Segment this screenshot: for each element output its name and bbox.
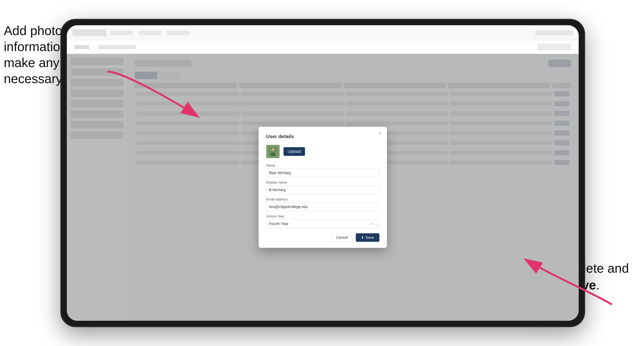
nav-item-1 xyxy=(110,30,133,35)
chevron-down-icon[interactable]: ⌄ xyxy=(375,222,378,226)
app-logo xyxy=(72,29,106,36)
arrow-right xyxy=(521,256,616,308)
app-nav xyxy=(110,30,532,35)
modal-close-button[interactable]: × xyxy=(377,130,383,136)
display-name-form-group: Display name xyxy=(266,180,380,194)
display-name-label: Display name xyxy=(266,180,380,184)
email-input[interactable] xyxy=(266,203,380,211)
nav-item-2 xyxy=(138,30,161,35)
modal-title: User details xyxy=(266,134,380,140)
tablet-side-button-2 xyxy=(60,114,62,126)
breadcrumb-home xyxy=(74,45,90,49)
sub-header-action xyxy=(537,44,571,50)
modal-footer: Cancel ⬆ Save xyxy=(266,233,380,242)
svg-point-4 xyxy=(270,153,276,156)
photo-row: Upload xyxy=(266,145,380,158)
school-year-select-wrapper: × ⌄ xyxy=(266,219,380,228)
email-label: Email address xyxy=(266,197,380,201)
school-year-input[interactable] xyxy=(266,219,380,228)
app-bar xyxy=(67,25,579,40)
select-clear-button[interactable]: × xyxy=(371,222,374,226)
display-name-input[interactable] xyxy=(266,186,380,194)
tablet-device: › xyxy=(60,19,585,327)
save-label: Save xyxy=(366,235,374,240)
arrow-left xyxy=(104,68,202,124)
svg-point-3 xyxy=(272,148,274,151)
nav-item-3 xyxy=(167,30,190,35)
select-controls: × ⌄ xyxy=(371,222,378,226)
school-year-form-group: School Year × ⌄ xyxy=(266,214,380,228)
tablet-side-button xyxy=(60,95,62,107)
save-icon: ⬆ xyxy=(361,236,364,240)
email-form-group: Email address xyxy=(266,197,380,211)
cancel-button[interactable]: Cancel xyxy=(330,233,353,242)
user-details-modal: × User details Upload xyxy=(258,127,387,248)
sub-header: › xyxy=(67,40,579,54)
breadcrumb-current xyxy=(98,45,136,49)
save-button[interactable]: ⬆ Save xyxy=(356,233,380,242)
name-input[interactable] xyxy=(266,169,380,177)
app-bar-right xyxy=(535,30,573,35)
name-label: Name xyxy=(266,164,380,168)
upload-photo-button[interactable]: Upload xyxy=(284,147,305,156)
user-avatar-image xyxy=(268,147,278,156)
user-photo-thumbnail xyxy=(266,145,280,158)
breadcrumb-separator: › xyxy=(93,45,94,49)
name-form-group: Name xyxy=(266,164,380,177)
school-year-label: School Year xyxy=(266,214,380,218)
